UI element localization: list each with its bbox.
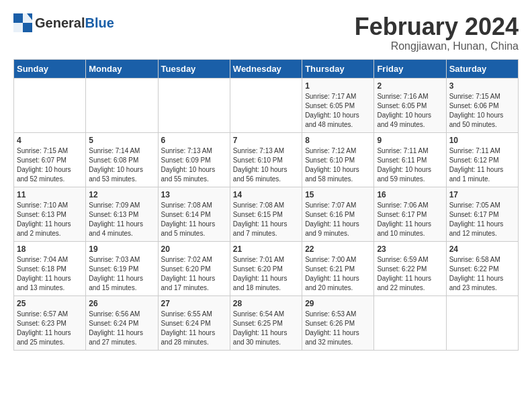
- logo-blue-text: Blue: [85, 15, 114, 30]
- calendar-table: SundayMondayTuesdayWednesdayThursdayFrid…: [13, 59, 519, 351]
- day-info: Sunrise: 6:59 AM Sunset: 6:22 PM Dayligh…: [377, 255, 443, 293]
- calendar-week-row: 4Sunrise: 7:15 AM Sunset: 6:07 PM Daylig…: [14, 132, 519, 187]
- calendar-cell: 19Sunrise: 7:03 AM Sunset: 6:19 PM Dayli…: [86, 241, 158, 295]
- day-number: 7: [233, 136, 299, 145]
- calendar-cell: 14Sunrise: 7:08 AM Sunset: 6:15 PM Dayli…: [230, 187, 302, 241]
- day-number: 27: [161, 299, 227, 308]
- calendar-header-row: SundayMondayTuesdayWednesdayThursdayFrid…: [14, 59, 519, 78]
- calendar-cell: 13Sunrise: 7:08 AM Sunset: 6:14 PM Dayli…: [158, 187, 230, 241]
- day-info: Sunrise: 7:04 AM Sunset: 6:18 PM Dayligh…: [17, 255, 83, 293]
- calendar-cell: 3Sunrise: 7:15 AM Sunset: 6:06 PM Daylig…: [446, 78, 518, 132]
- day-number: 6: [161, 136, 227, 145]
- day-info: Sunrise: 6:54 AM Sunset: 6:25 PM Dayligh…: [233, 310, 299, 347]
- calendar-cell: 16Sunrise: 7:06 AM Sunset: 6:17 PM Dayli…: [374, 187, 446, 241]
- logo: GeneralBlue: [13, 13, 114, 32]
- calendar-week-row: 18Sunrise: 7:04 AM Sunset: 6:18 PM Dayli…: [14, 241, 519, 295]
- calendar-cell: 23Sunrise: 6:59 AM Sunset: 6:22 PM Dayli…: [374, 241, 446, 295]
- day-info: Sunrise: 7:15 AM Sunset: 6:06 PM Dayligh…: [449, 92, 515, 130]
- day-info: Sunrise: 6:58 AM Sunset: 6:22 PM Dayligh…: [449, 255, 515, 293]
- calendar-cell: 20Sunrise: 7:02 AM Sunset: 6:20 PM Dayli…: [158, 241, 230, 295]
- calendar-cell: 1Sunrise: 7:17 AM Sunset: 6:05 PM Daylig…: [302, 78, 374, 132]
- day-info: Sunrise: 7:13 AM Sunset: 6:09 PM Dayligh…: [161, 146, 227, 184]
- calendar-cell: [14, 78, 86, 132]
- day-number: 12: [89, 190, 154, 199]
- calendar-header-saturday: Saturday: [446, 59, 518, 78]
- calendar-cell: 9Sunrise: 7:11 AM Sunset: 6:11 PM Daylig…: [374, 132, 446, 187]
- day-number: 10: [449, 136, 515, 145]
- month-title: February 2024: [355, 13, 519, 40]
- day-info: Sunrise: 7:06 AM Sunset: 6:17 PM Dayligh…: [377, 201, 443, 238]
- day-number: 24: [449, 244, 515, 254]
- calendar-cell: [230, 78, 302, 132]
- day-number: 5: [89, 136, 154, 145]
- svg-rect-0: [13, 13, 23, 23]
- day-number: 23: [377, 244, 443, 254]
- day-number: 20: [161, 244, 227, 254]
- day-number: 13: [161, 190, 227, 199]
- day-info: Sunrise: 7:00 AM Sunset: 6:21 PM Dayligh…: [305, 255, 371, 293]
- day-number: 19: [89, 244, 154, 254]
- calendar-cell: 4Sunrise: 7:15 AM Sunset: 6:07 PM Daylig…: [14, 132, 86, 187]
- calendar-header-tuesday: Tuesday: [158, 59, 230, 78]
- calendar-cell: 8Sunrise: 7:12 AM Sunset: 6:10 PM Daylig…: [302, 132, 374, 187]
- calendar-cell: 24Sunrise: 6:58 AM Sunset: 6:22 PM Dayli…: [446, 241, 518, 295]
- day-number: 17: [449, 190, 515, 199]
- day-info: Sunrise: 6:57 AM Sunset: 6:23 PM Dayligh…: [17, 310, 83, 347]
- calendar-cell: 17Sunrise: 7:05 AM Sunset: 6:17 PM Dayli…: [446, 187, 518, 241]
- calendar-header-sunday: Sunday: [14, 59, 86, 78]
- calendar-week-row: 11Sunrise: 7:10 AM Sunset: 6:13 PM Dayli…: [14, 187, 519, 241]
- day-number: 16: [377, 190, 443, 199]
- day-number: 9: [377, 136, 443, 145]
- calendar-week-row: 25Sunrise: 6:57 AM Sunset: 6:23 PM Dayli…: [14, 295, 519, 350]
- day-info: Sunrise: 7:15 AM Sunset: 6:07 PM Dayligh…: [17, 146, 83, 184]
- day-number: 25: [17, 299, 83, 308]
- day-info: Sunrise: 7:12 AM Sunset: 6:10 PM Dayligh…: [305, 146, 371, 184]
- calendar-cell: 6Sunrise: 7:13 AM Sunset: 6:09 PM Daylig…: [158, 132, 230, 187]
- calendar-header-monday: Monday: [86, 59, 158, 78]
- calendar-cell: 21Sunrise: 7:01 AM Sunset: 6:20 PM Dayli…: [230, 241, 302, 295]
- day-info: Sunrise: 7:07 AM Sunset: 6:16 PM Dayligh…: [305, 201, 371, 238]
- calendar-cell: 10Sunrise: 7:11 AM Sunset: 6:12 PM Dayli…: [446, 132, 518, 187]
- calendar-cell: [374, 295, 446, 350]
- calendar-cell: 11Sunrise: 7:10 AM Sunset: 6:13 PM Dayli…: [14, 187, 86, 241]
- day-number: 26: [89, 299, 154, 308]
- calendar-cell: 7Sunrise: 7:13 AM Sunset: 6:10 PM Daylig…: [230, 132, 302, 187]
- day-info: Sunrise: 7:02 AM Sunset: 6:20 PM Dayligh…: [161, 255, 227, 293]
- day-number: 8: [305, 136, 371, 145]
- svg-rect-3: [23, 23, 32, 32]
- day-info: Sunrise: 7:03 AM Sunset: 6:19 PM Dayligh…: [89, 255, 154, 293]
- calendar-cell: 28Sunrise: 6:54 AM Sunset: 6:25 PM Dayli…: [230, 295, 302, 350]
- day-info: Sunrise: 7:09 AM Sunset: 6:13 PM Dayligh…: [89, 201, 154, 238]
- day-info: Sunrise: 6:55 AM Sunset: 6:24 PM Dayligh…: [161, 310, 227, 347]
- page-header: GeneralBlue February 2024 Rongjiawan, Hu…: [13, 13, 519, 52]
- calendar-header-thursday: Thursday: [302, 59, 374, 78]
- calendar-cell: 18Sunrise: 7:04 AM Sunset: 6:18 PM Dayli…: [14, 241, 86, 295]
- day-info: Sunrise: 7:05 AM Sunset: 6:17 PM Dayligh…: [449, 201, 515, 238]
- day-number: 1: [305, 81, 371, 91]
- title-area: February 2024 Rongjiawan, Hunan, China: [355, 13, 519, 52]
- day-number: 22: [305, 244, 371, 254]
- calendar-cell: 15Sunrise: 7:07 AM Sunset: 6:16 PM Dayli…: [302, 187, 374, 241]
- day-info: Sunrise: 7:01 AM Sunset: 6:20 PM Dayligh…: [233, 255, 299, 293]
- calendar-cell: 29Sunrise: 6:53 AM Sunset: 6:26 PM Dayli…: [302, 295, 374, 350]
- svg-rect-2: [13, 23, 23, 32]
- day-info: Sunrise: 6:53 AM Sunset: 6:26 PM Dayligh…: [305, 310, 371, 347]
- day-number: 14: [233, 190, 299, 199]
- day-number: 15: [305, 190, 371, 199]
- day-number: 2: [377, 81, 443, 91]
- calendar-cell: [446, 295, 518, 350]
- logo-general-text: General: [35, 15, 85, 30]
- day-number: 11: [17, 190, 83, 199]
- calendar-cell: 22Sunrise: 7:00 AM Sunset: 6:21 PM Dayli…: [302, 241, 374, 295]
- calendar-cell: 5Sunrise: 7:14 AM Sunset: 6:08 PM Daylig…: [86, 132, 158, 187]
- day-info: Sunrise: 7:11 AM Sunset: 6:11 PM Dayligh…: [377, 146, 443, 184]
- calendar-cell: 25Sunrise: 6:57 AM Sunset: 6:23 PM Dayli…: [14, 295, 86, 350]
- day-info: Sunrise: 7:16 AM Sunset: 6:05 PM Dayligh…: [377, 92, 443, 130]
- day-info: Sunrise: 7:08 AM Sunset: 6:15 PM Dayligh…: [233, 201, 299, 238]
- day-number: 18: [17, 244, 83, 254]
- day-info: Sunrise: 7:11 AM Sunset: 6:12 PM Dayligh…: [449, 146, 515, 184]
- calendar-header-wednesday: Wednesday: [230, 59, 302, 78]
- day-number: 3: [449, 81, 515, 91]
- calendar-header-friday: Friday: [374, 59, 446, 78]
- day-info: Sunrise: 7:14 AM Sunset: 6:08 PM Dayligh…: [89, 146, 154, 184]
